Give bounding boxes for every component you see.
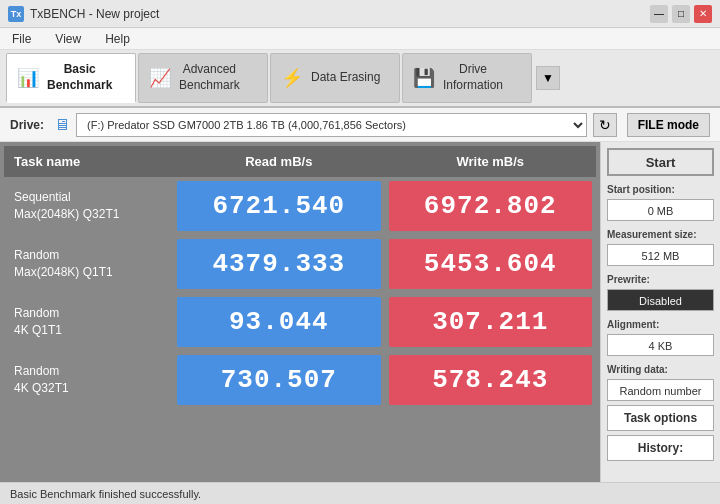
file-mode-button[interactable]: FILE mode <box>627 113 710 137</box>
drive-select-wrap: 🖥 (F:) Predator SSD GM7000 2TB 1.86 TB (… <box>54 113 617 137</box>
app-icon: Tx <box>8 6 24 22</box>
window-title: TxBENCH - New project <box>30 7 159 21</box>
refresh-button[interactable]: ↻ <box>593 113 617 137</box>
benchmark-table: Task name Read mB/s Write mB/s Sequentia… <box>4 146 596 409</box>
status-bar: Basic Benchmark finished successfully. <box>0 482 720 504</box>
menu-help[interactable]: Help <box>101 30 134 48</box>
drive-info-icon: 💾 <box>413 67 435 89</box>
prewrite-value: Disabled <box>607 289 714 311</box>
writing-data-label: Writing data: <box>607 364 714 375</box>
tab-drive-label: Drive Information <box>443 62 503 93</box>
read-value-3: 730.507 <box>173 351 384 409</box>
drive-row: Drive: 🖥 (F:) Predator SSD GM7000 2TB 1.… <box>0 108 720 142</box>
tab-data-erasing[interactable]: ⚡ Data Erasing <box>270 53 400 103</box>
status-text: Basic Benchmark finished successfully. <box>10 488 201 500</box>
tab-advanced-label: Advanced Benchmark <box>179 62 240 93</box>
start-position-label: Start position: <box>607 184 714 195</box>
tab-basic-benchmark[interactable]: 📊 Basic Benchmark <box>6 53 136 103</box>
refresh-icon: ↻ <box>599 117 611 133</box>
table-row: Random4K Q1T1 93.044 307.211 <box>4 293 596 351</box>
col-header-read: Read mB/s <box>173 146 384 177</box>
tab-basic-label: Basic Benchmark <box>47 62 112 93</box>
benchmark-table-area: Task name Read mB/s Write mB/s Sequentia… <box>0 142 600 482</box>
drive-type-icon: 🖥 <box>54 116 70 134</box>
read-value-1: 4379.333 <box>173 235 384 293</box>
drive-label: Drive: <box>10 118 44 132</box>
tab-advanced-benchmark[interactable]: 📈 Advanced Benchmark <box>138 53 268 103</box>
measurement-size-value: 512 MB <box>607 244 714 266</box>
advanced-benchmark-icon: 📈 <box>149 67 171 89</box>
read-value-2: 93.044 <box>173 293 384 351</box>
title-bar: Tx TxBENCH - New project — □ ✕ <box>0 0 720 28</box>
minimize-button[interactable]: — <box>650 5 668 23</box>
task-name-1: RandomMax(2048K) Q1T1 <box>4 235 173 293</box>
toolbar-overflow[interactable]: ▼ <box>536 66 560 90</box>
col-header-task: Task name <box>4 146 173 177</box>
write-value-3: 578.243 <box>385 351 596 409</box>
write-value-0: 6972.802 <box>385 177 596 235</box>
restore-button[interactable]: □ <box>672 5 690 23</box>
tab-erase-label: Data Erasing <box>311 70 380 86</box>
task-name-3: Random4K Q32T1 <box>4 351 173 409</box>
basic-benchmark-icon: 📊 <box>17 67 39 89</box>
table-row: RandomMax(2048K) Q1T1 4379.333 5453.604 <box>4 235 596 293</box>
title-bar-left: Tx TxBENCH - New project <box>8 6 159 22</box>
start-position-value: 0 MB <box>607 199 714 221</box>
right-panel: Start Start position: 0 MB Measurement s… <box>600 142 720 482</box>
task-name-2: Random4K Q1T1 <box>4 293 173 351</box>
writing-data-value: Random number <box>607 379 714 401</box>
menu-file[interactable]: File <box>8 30 35 48</box>
alignment-label: Alignment: <box>607 319 714 330</box>
task-name-0: SequentialMax(2048K) Q32T1 <box>4 177 173 235</box>
title-controls: — □ ✕ <box>650 5 712 23</box>
history-button[interactable]: History: <box>607 435 714 461</box>
main-content: Task name Read mB/s Write mB/s Sequentia… <box>0 142 720 482</box>
alignment-value: 4 KB <box>607 334 714 356</box>
write-value-2: 307.211 <box>385 293 596 351</box>
data-erasing-icon: ⚡ <box>281 67 303 89</box>
menu-bar: File View Help <box>0 28 720 50</box>
toolbar: 📊 Basic Benchmark 📈 Advanced Benchmark ⚡… <box>0 50 720 108</box>
task-options-button[interactable]: Task options <box>607 405 714 431</box>
tab-drive-information[interactable]: 💾 Drive Information <box>402 53 532 103</box>
table-row: Random4K Q32T1 730.507 578.243 <box>4 351 596 409</box>
table-row: SequentialMax(2048K) Q32T1 6721.540 6972… <box>4 177 596 235</box>
close-button[interactable]: ✕ <box>694 5 712 23</box>
menu-view[interactable]: View <box>51 30 85 48</box>
start-button[interactable]: Start <box>607 148 714 176</box>
write-value-1: 5453.604 <box>385 235 596 293</box>
prewrite-label: Prewrite: <box>607 274 714 285</box>
drive-selector[interactable]: (F:) Predator SSD GM7000 2TB 1.86 TB (4,… <box>76 113 587 137</box>
col-header-write: Write mB/s <box>385 146 596 177</box>
measurement-size-label: Measurement size: <box>607 229 714 240</box>
read-value-0: 6721.540 <box>173 177 384 235</box>
